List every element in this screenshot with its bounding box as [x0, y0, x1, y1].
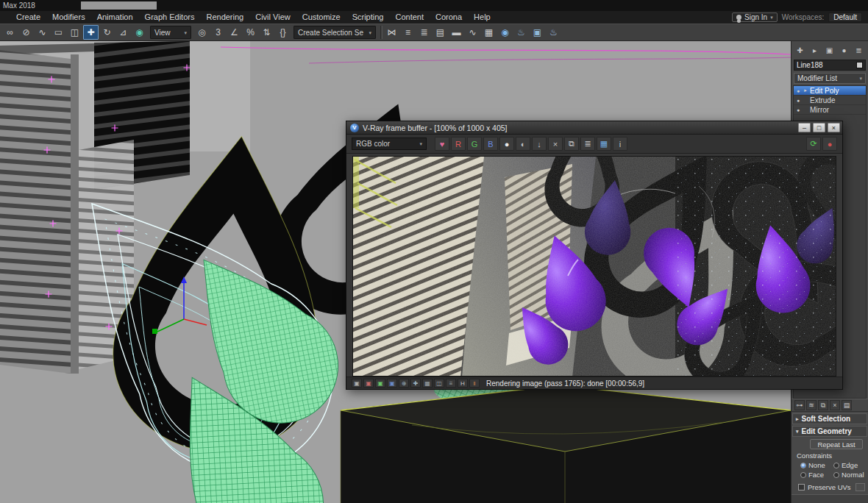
rollout-edit-geometry[interactable]: ▾ Edit Geometry [792, 426, 867, 437]
modifier-stack-row-extrude[interactable]: ● Extrude [794, 96, 866, 105]
angle-snap-icon[interactable]: ∠ [227, 25, 242, 40]
object-color-swatch[interactable] [856, 62, 863, 68]
align-icon[interactable]: ≡ [400, 25, 416, 40]
menu-item[interactable]: Animation [91, 11, 139, 24]
menu-item[interactable]: Rendering [200, 11, 249, 24]
pin-stack-icon[interactable]: ⊶ [794, 400, 805, 410]
menu-item[interactable]: Graph Editors [139, 11, 201, 24]
reference-coordinate-dropdown[interactable]: View ▾ [150, 26, 191, 39]
menu-item[interactable]: Scripting [346, 11, 390, 24]
vfb-red-channel-icon[interactable]: R [451, 137, 466, 151]
panel-pin-icon[interactable]: ▸ [810, 46, 819, 55]
menu-item[interactable]: Customize [296, 11, 346, 24]
select-and-move-icon[interactable]: ✚ [83, 25, 99, 40]
vfb-view-red-icon[interactable]: ▣ [363, 379, 374, 388]
select-and-scale-icon[interactable]: ⊿ [115, 25, 131, 40]
curve-editor-icon[interactable]: ∿ [465, 25, 480, 40]
remove-modifier-icon[interactable]: × [830, 400, 840, 410]
vfb-update-icon[interactable]: ⟳ [806, 137, 821, 151]
show-end-result-icon[interactable]: ≋ [806, 400, 817, 410]
vfb-green-channel-icon[interactable]: G [467, 137, 482, 151]
rectangular-selection-region-icon[interactable]: ▭ [51, 25, 66, 40]
snap-toggle-3d-icon[interactable]: 3 [210, 25, 226, 40]
menu-item[interactable]: Corona [430, 11, 468, 24]
constraint-radio[interactable]: Normal [833, 471, 867, 479]
vfb-render-image[interactable] [352, 156, 836, 377]
scene-explorer-icon[interactable]: ≣ [416, 25, 432, 40]
make-unique-icon[interactable]: ⧉ [818, 400, 828, 410]
window-crossing-toggle-icon[interactable]: ◫ [67, 25, 82, 40]
named-selection-set-dropdown[interactable]: Create Selection Se ▾ [294, 26, 376, 39]
object-name-field[interactable]: Line188 [794, 60, 866, 71]
panel-plus-icon[interactable]: ✚ [795, 46, 805, 55]
vfb-follow-mouse-icon[interactable]: ♥ [435, 137, 449, 151]
sign-in-button[interactable]: Sign In ▾ [732, 13, 778, 22]
vfb-pixel-info-icon[interactable]: ▦ [422, 379, 433, 388]
vfb-blue-channel-icon[interactable]: B [483, 137, 498, 151]
vfb-region-render-icon[interactable]: ▦ [597, 137, 611, 151]
vfb-close-button[interactable]: × [828, 123, 840, 132]
preserve-uvs-checkbox[interactable] [798, 484, 805, 490]
constraint-radio[interactable]: Edge [833, 461, 867, 469]
ribbon-icon[interactable]: ▬ [449, 25, 464, 40]
named-selection-sets-icon[interactable]: {} [275, 25, 291, 40]
menu-item[interactable]: Create [10, 11, 46, 24]
unlink-selection-icon[interactable]: ⊘ [18, 25, 34, 40]
modifier-stack-row-mirror[interactable]: ● Mirror [794, 105, 866, 115]
configure-modifier-sets-icon[interactable]: ▤ [842, 400, 852, 410]
vfb-maximize-button[interactable]: □ [813, 123, 825, 132]
use-pivot-center-icon[interactable]: ◎ [194, 25, 210, 40]
modifier-list-dropdown[interactable]: Modifier List ▾ [794, 73, 866, 84]
vfb-mono-icon[interactable]: ● [499, 137, 514, 151]
spinner-snap-icon[interactable]: ⇅ [259, 25, 274, 40]
visibility-icon[interactable]: ● [795, 98, 801, 103]
schematic-view-icon[interactable]: ▦ [481, 25, 497, 40]
rollout-soft-selection[interactable]: ▸ Soft Selection [792, 413, 867, 424]
render-production-icon[interactable]: ♨ [546, 25, 561, 40]
menu-item[interactable]: Modifiers [46, 11, 91, 24]
vfb-titlebar[interactable]: V V-Ray frame buffer - [100% of 1000 x 4… [346, 121, 842, 135]
menu-item[interactable]: Content [389, 11, 430, 24]
vfb-alpha-icon[interactable]: ◐ [516, 137, 530, 151]
vfb-zoom-icon[interactable]: ⊕ [399, 379, 409, 388]
vfb-minimize-button[interactable]: – [798, 123, 811, 132]
panel-layout-icon[interactable]: ▣ [825, 46, 834, 55]
bind-to-space-warp-icon[interactable]: ∿ [35, 25, 50, 40]
vfb-view-green-icon[interactable]: ▣ [375, 379, 385, 388]
vfb-clear-image-icon[interactable]: × [548, 137, 563, 151]
visibility-icon[interactable]: ● [795, 88, 801, 93]
vfb-save-image-icon[interactable]: ↓ [532, 137, 547, 151]
vfb-channel-dropdown[interactable]: RGB color ▾ [352, 138, 427, 150]
material-editor-icon[interactable]: ◉ [497, 25, 513, 40]
vfb-stop-icon[interactable]: ● [822, 137, 837, 151]
constraint-radio[interactable]: Face [800, 471, 833, 479]
constraint-radio[interactable]: None [800, 461, 833, 469]
expand-icon[interactable]: ▸ [803, 88, 808, 93]
select-and-manipulate-icon[interactable]: ◉ [132, 25, 147, 40]
vfb-history-icon[interactable]: ≣ [580, 137, 595, 151]
vfb-pan-icon[interactable]: ✚ [410, 379, 421, 388]
modifier-stack-row-edit-poly[interactable]: ● ▸ Edit Poly [794, 86, 866, 96]
vfb-info-icon[interactable]: i [613, 137, 627, 151]
vfb-duplicate-icon[interactable]: ⧉ [564, 137, 579, 151]
visibility-icon[interactable]: ● [795, 107, 801, 113]
vfb-view-blue-icon[interactable]: ▣ [387, 379, 397, 388]
layer-explorer-icon[interactable]: ▤ [433, 25, 448, 40]
select-and-rotate-icon[interactable]: ↻ [99, 25, 115, 40]
vfb-view-rgb-icon[interactable]: ▣ [352, 379, 362, 388]
preserve-uvs-settings-button[interactable] [855, 483, 865, 491]
select-and-link-icon[interactable]: ∞ [2, 25, 18, 40]
panel-menu-icon[interactable]: ≣ [854, 46, 864, 55]
vfb-pause-icon[interactable]: ‖ [469, 379, 480, 388]
rendered-frame-icon[interactable]: ▣ [530, 25, 545, 40]
repeat-last-button[interactable]: Repeat Last [810, 439, 863, 449]
vfb-stamp-icon[interactable]: ≡ [446, 379, 456, 388]
vfb-compare-icon[interactable]: ◫ [434, 379, 444, 388]
percent-snap-icon[interactable]: % [243, 25, 258, 40]
workspace-selector[interactable]: Default [828, 13, 862, 22]
menu-item[interactable]: Civil View [249, 11, 296, 24]
menu-item[interactable]: Help [468, 11, 497, 24]
mirror-icon[interactable]: ⋈ [384, 25, 399, 40]
vfb-h-icon[interactable]: H [458, 379, 468, 388]
render-setup-icon[interactable]: ♨ [513, 25, 529, 40]
